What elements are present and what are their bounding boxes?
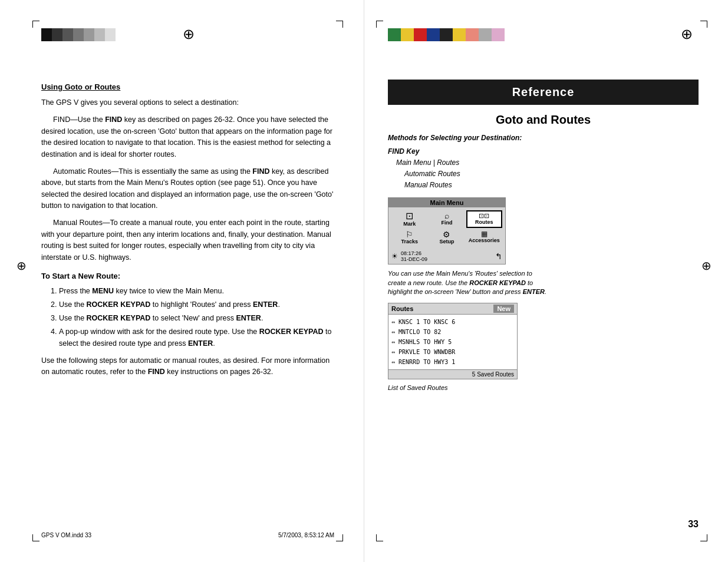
color-block-6 [94,28,105,41]
accessories-icon: ▦ [481,230,487,237]
left-footer: GPS V OM.indd 33 5/7/2003, 8:53:12 AM [41,532,334,538]
color-block-2 [52,28,62,41]
device-cell-setup: ⚙ Setup [429,229,465,246]
setup-label: Setup [439,239,454,244]
route-item-2: ⇔ MNTCLO TO 82 [391,327,514,337]
route-item-5: ⇔ RENRRD TO HWY3 1 [391,357,514,367]
mark-icon: ⊡ [406,211,413,221]
step-4: A pop-up window with ask for the desired… [59,326,334,349]
menu-items: Main Menu | Routes Automatic Routes Manu… [388,157,699,191]
routes-icon: ⊡⊡ [479,213,489,219]
color-block-7 [105,28,116,41]
accessories-label: Accessories [469,237,500,243]
use-note: Use the following steps for automatic or… [41,355,334,378]
routes-title-bar: Routes New [388,303,517,315]
right-content: Reference Goto and Routes Methods for Se… [388,80,699,391]
routes-new-button[interactable]: New [493,305,514,313]
list-caption: List of Saved Routes [388,384,699,391]
rcb-pink [466,28,479,41]
device-cell-accessories: ▦ Accessories [466,229,502,246]
right-page: ⊕ ⊕ Reference Goto and Routes Methods fo… [364,0,728,562]
find-icon: ⌕ [444,211,449,220]
auto-paragraph: Automatic Routes—This is essentially the… [41,166,334,212]
find-label: Find [441,220,452,226]
tracks-label: Tracks [401,239,418,244]
setup-icon: ⚙ [443,230,450,239]
device-clock: 08:17:2631-DEC-09 [401,250,427,262]
rcb-yellow2 [453,28,466,41]
footer-timestamp: 5/7/2003, 8:53:12 AM [278,532,334,538]
routes-list: ⇔ KNSC 1 TO KNSC 6 ⇔ MNTCLO TO 82 ⇔ MSNH… [388,315,517,369]
rcb-gray [479,28,492,41]
device-cell-find: ⌕ Find [429,210,465,228]
steps-list: Press the MENU key twice to view the Mai… [59,285,334,349]
menu-item-2: Automatic Routes [388,168,699,180]
route-item-3: ⇔ MSNHLS TO HWY 5 [391,337,514,347]
intro-text: The GPS V gives you several options to s… [41,97,334,108]
right-color-bar [388,28,505,41]
color-block-4 [73,28,84,41]
page-container: ⊕ ⊕ Using Goto or Routes The GPS V gives… [0,0,728,562]
subsection-title: To Start a New Route: [41,272,334,280]
device-title-bar: Main Menu [388,198,505,207]
device-cell-mark: ⊡ Mark [391,210,427,228]
mark-label: Mark [403,221,416,227]
rcb-red [414,28,427,41]
footer-filename: GPS V OM.indd 33 [41,532,91,538]
top-crosshair-right: ⊕ [681,26,693,42]
rcb-lightpink [492,28,505,41]
color-block-1 [41,28,52,41]
methods-label: Methods for Selecting your Destination: [388,134,699,142]
left-page: ⊕ ⊕ Using Goto or Routes The GPS V gives… [0,0,364,562]
find-key-text: FIND Key [388,147,419,156]
left-top-strip [41,28,116,41]
left-content: Using Goto or Routes The GPS V gives you… [41,82,334,378]
manual-paragraph: Manual Routes—To create a manual route, … [41,217,334,263]
step-3: Use the ROCKER KEYPAD to select 'New' an… [59,312,334,324]
routes-box-title: Routes [391,305,413,312]
tracks-icon: ⚐ [406,230,413,239]
reference-banner: Reference [388,80,699,105]
device-screenshot: Main Menu ⊡ Mark ⌕ Find ⊡⊡ Routes [388,197,506,265]
find-paragraph: FIND—Use the FIND key as described on pa… [41,114,334,160]
signal-icon: ↰ [495,252,502,261]
color-block-5 [84,28,94,41]
rcb-blue [427,28,440,41]
device-cell-tracks: ⚐ Tracks [391,229,427,246]
routes-footer: 5 Saved Routes [388,369,517,379]
top-crosshair-left: ⊕ [183,26,195,42]
device-bottom-row: ☀ 08:17:2631-DEC-09 ↰ [388,249,505,264]
satellite-icon: ☀ [391,252,398,260]
goto-routes-title: Goto and Routes [388,113,699,127]
rcb-black [440,28,453,41]
route-item-1: ⇔ KNSC 1 TO KNSC 6 [391,317,514,327]
section-title: Using Goto or Routes [41,82,334,91]
rcb-yellow [401,28,414,41]
menu-item-1: Main Menu | Routes [388,157,699,168]
routes-label: Routes [475,219,493,225]
mid-left-crosshair: ⊕ [17,259,27,273]
device-caption: You can use the Main Menu's 'Routes' sel… [388,269,547,297]
rcb-green [388,28,401,41]
find-key-line: FIND Key [388,147,699,156]
color-block-3 [62,28,73,41]
route-item-4: ⇔ PRKVLE TO WNWDBR [391,347,514,357]
step-1: Press the MENU key twice to view the Mai… [59,285,334,297]
menu-item-3: Manual Routes [388,180,699,191]
routes-box: Routes New ⇔ KNSC 1 TO KNSC 6 ⇔ MNTCLO T… [388,303,518,379]
step-2: Use the ROCKER KEYPAD to highlight 'Rout… [59,299,334,310]
device-grid: ⊡ Mark ⌕ Find ⊡⊡ Routes ⚐ Tracks [388,207,505,249]
device-cell-routes: ⊡⊡ Routes [466,210,502,228]
page-number: 33 [688,519,699,530]
mid-right-crosshair: ⊕ [701,259,711,273]
